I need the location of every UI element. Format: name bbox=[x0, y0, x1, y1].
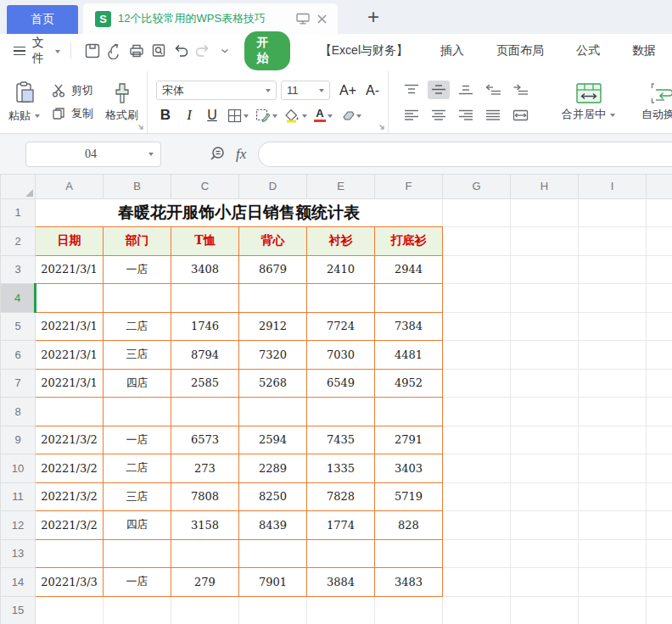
cell-I9[interactable] bbox=[579, 426, 647, 454]
cell-G5[interactable] bbox=[443, 312, 511, 341]
italic-button[interactable]: I bbox=[182, 107, 197, 124]
cell-I2[interactable] bbox=[579, 227, 647, 256]
cell-C4[interactable] bbox=[171, 284, 239, 313]
cell-H4[interactable] bbox=[511, 284, 579, 313]
cell-D11[interactable]: 8250 bbox=[239, 482, 307, 511]
tab-home[interactable]: 首页 bbox=[7, 5, 78, 34]
cell-D10[interactable]: 2289 bbox=[239, 454, 307, 483]
cell-G10[interactable] bbox=[443, 454, 511, 483]
cell-F7[interactable]: 4952 bbox=[375, 369, 443, 398]
cell-A3[interactable]: 20221/3/1 bbox=[36, 255, 104, 284]
cell-I6[interactable] bbox=[579, 341, 647, 370]
cell-E9[interactable]: 7435 bbox=[307, 426, 375, 454]
font-size-select[interactable]: 11 bbox=[281, 81, 330, 100]
cell-D15[interactable] bbox=[239, 596, 307, 624]
cell-D12[interactable]: 8439 bbox=[239, 511, 307, 540]
cell-F11[interactable]: 5719 bbox=[375, 482, 443, 511]
cell-A5[interactable]: 20221/3/1 bbox=[36, 312, 104, 341]
cell-partial[interactable] bbox=[647, 511, 672, 540]
cell-A10[interactable]: 20221/3/2 bbox=[36, 454, 104, 483]
col-header-D[interactable]: D bbox=[239, 175, 307, 198]
col-header-B[interactable]: B bbox=[104, 175, 171, 198]
cell-F2[interactable]: 打底衫 bbox=[375, 227, 443, 256]
row-header-12[interactable]: 12 bbox=[1, 511, 36, 540]
cell-G9[interactable] bbox=[443, 426, 511, 454]
cell-I10[interactable] bbox=[579, 454, 647, 483]
cell-B3[interactable]: 一店 bbox=[104, 255, 171, 284]
cut-button[interactable]: 剪切 bbox=[52, 83, 93, 98]
cell-A2[interactable]: 日期 bbox=[36, 227, 104, 256]
cell-partial[interactable] bbox=[647, 227, 672, 256]
row-header-4[interactable]: 4 bbox=[1, 284, 36, 313]
cell-A4[interactable] bbox=[36, 284, 104, 313]
merge-center-button[interactable]: 合并居中 bbox=[555, 82, 622, 122]
increase-font-button[interactable]: A+ bbox=[339, 83, 356, 98]
cell-H14[interactable] bbox=[511, 568, 579, 597]
cell-E13[interactable] bbox=[307, 539, 375, 568]
row-header-2[interactable]: 2 bbox=[1, 227, 36, 256]
cell-H3[interactable] bbox=[511, 255, 579, 284]
cell-C7[interactable]: 2585 bbox=[171, 369, 239, 398]
underline-button[interactable]: U bbox=[204, 108, 221, 123]
search-formula-icon[interactable] bbox=[209, 146, 226, 163]
cell-I1[interactable] bbox=[579, 198, 647, 227]
cell-G1[interactable] bbox=[443, 198, 511, 227]
font-color-button[interactable]: A bbox=[314, 109, 333, 122]
cell-D4[interactable] bbox=[239, 284, 307, 313]
cell-I4[interactable] bbox=[579, 284, 647, 313]
cell-H13[interactable] bbox=[511, 539, 579, 568]
cell-H7[interactable] bbox=[511, 369, 579, 398]
copy-button[interactable]: 复制 bbox=[52, 106, 93, 121]
row-header-11[interactable]: 11 bbox=[1, 482, 36, 511]
cell-A14[interactable]: 20221/3/3 bbox=[36, 568, 104, 597]
cell-A12[interactable]: 20221/3/2 bbox=[36, 511, 104, 540]
cell-C14[interactable]: 279 bbox=[171, 568, 239, 597]
increase-indent-button[interactable] bbox=[509, 81, 531, 99]
cell-A8[interactable] bbox=[36, 398, 104, 426]
cell-E8[interactable] bbox=[307, 398, 375, 426]
cell-H6[interactable] bbox=[511, 341, 579, 370]
col-header-E[interactable]: E bbox=[307, 175, 375, 198]
draw-border-button[interactable] bbox=[255, 109, 277, 123]
borders-button[interactable] bbox=[227, 109, 249, 123]
fill-color-button[interactable] bbox=[284, 109, 307, 123]
row-header-6[interactable]: 6 bbox=[1, 341, 36, 370]
table-title[interactable]: 春暖花开服饰小店日销售额统计表 bbox=[36, 198, 443, 227]
cell-B13[interactable] bbox=[104, 539, 171, 568]
row-header-9[interactable]: 9 bbox=[1, 426, 36, 454]
cell-B5[interactable]: 二店 bbox=[104, 312, 171, 341]
cell-partial[interactable] bbox=[647, 341, 672, 370]
cell-G7[interactable] bbox=[443, 369, 511, 398]
cell-D8[interactable] bbox=[239, 398, 307, 426]
align-middle-button[interactable] bbox=[428, 81, 450, 99]
cell-C2[interactable]: T恤 bbox=[171, 227, 239, 256]
cell-E4[interactable] bbox=[307, 284, 375, 313]
cell-D14[interactable]: 7901 bbox=[239, 568, 307, 597]
cell-partial[interactable] bbox=[647, 596, 672, 624]
cell-G11[interactable] bbox=[443, 482, 511, 511]
decrease-font-button[interactable]: A- bbox=[366, 83, 379, 98]
group-expand-icon[interactable] bbox=[137, 124, 144, 131]
save-button[interactable] bbox=[81, 40, 104, 62]
align-bottom-button[interactable] bbox=[455, 81, 477, 99]
align-left-button[interactable] bbox=[400, 106, 423, 125]
cell-D2[interactable]: 背心 bbox=[239, 227, 307, 256]
cell-B4[interactable] bbox=[104, 284, 171, 313]
cell-E14[interactable]: 3884 bbox=[307, 568, 375, 597]
col-header-I[interactable]: I bbox=[579, 175, 647, 198]
cell-D9[interactable]: 2594 bbox=[239, 426, 307, 454]
cell-F10[interactable]: 3403 bbox=[375, 454, 443, 483]
cell-A6[interactable]: 20221/3/1 bbox=[36, 341, 104, 370]
align-right-button[interactable] bbox=[455, 106, 477, 125]
cell-G4[interactable] bbox=[443, 284, 511, 313]
col-header-A[interactable]: A bbox=[36, 175, 104, 198]
cell-F5[interactable]: 7384 bbox=[375, 312, 443, 341]
print-preview-icon[interactable] bbox=[148, 40, 170, 62]
cell-F3[interactable]: 2944 bbox=[375, 255, 443, 284]
decrease-indent-button[interactable] bbox=[482, 81, 504, 99]
row-header-1[interactable]: 1 bbox=[1, 198, 36, 227]
cell-B9[interactable]: 一店 bbox=[104, 426, 171, 454]
cell-partial[interactable] bbox=[647, 454, 672, 483]
more-chevron-icon[interactable] bbox=[214, 40, 236, 62]
cell-B11[interactable]: 三店 bbox=[104, 482, 171, 511]
